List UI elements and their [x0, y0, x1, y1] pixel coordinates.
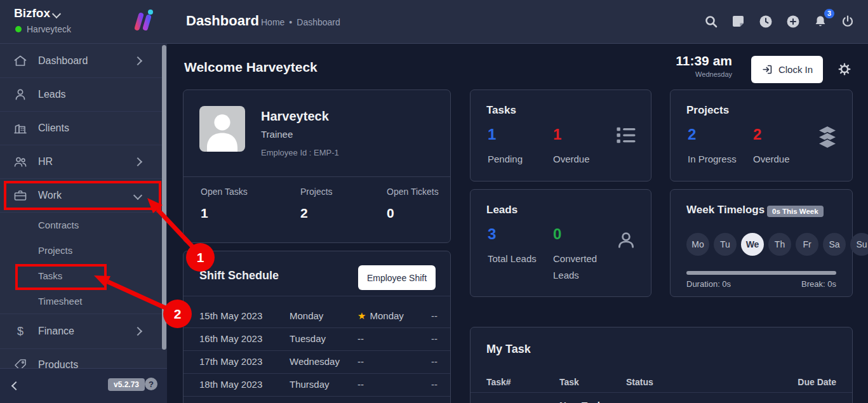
shift-row: 17th May 2023 Wednesday -- --	[184, 350, 450, 374]
breadcrumb-current: Dashboard	[297, 17, 340, 27]
tasks-overdue-value: 1	[553, 126, 561, 143]
page-title: Dashboard	[186, 13, 259, 29]
sidebar-item-leads[interactable]: Leads	[0, 77, 163, 112]
stat-projects: Projects 2	[300, 187, 333, 221]
gear-icon[interactable]	[838, 62, 851, 76]
stat-label: Open Tasks	[201, 187, 248, 197]
chevron-down-icon[interactable]	[52, 10, 61, 18]
version-badge: v5.2.73	[108, 378, 145, 391]
brand-name[interactable]: Bizfox	[14, 6, 50, 20]
shift-value: ★Monday	[357, 310, 404, 322]
timelogs-week-badge: 0s This Week	[767, 206, 824, 217]
sidebar-item-label: Dashboard	[38, 55, 88, 67]
bell-icon[interactable]: 3	[813, 14, 828, 29]
week-timelogs-card: Week Timelogs 0s This Week Mo Tu We Th F…	[670, 189, 853, 297]
shift-value: --	[357, 333, 364, 344]
sidebar-item-label: Finance	[38, 326, 74, 337]
shift-row: 16th May 2023 Tuesday -- --	[184, 327, 450, 351]
breadcrumb-separator: •	[289, 17, 292, 27]
breadcrumb: Home • Dashboard	[261, 17, 340, 27]
shift-day: Tuesday	[290, 333, 326, 344]
power-icon[interactable]	[840, 14, 855, 29]
sidebar-subitem-contracts[interactable]: Contracts	[0, 212, 163, 237]
tasks-pending-value: 1	[488, 126, 496, 143]
dollar-icon: $	[13, 324, 28, 339]
collapse-sidebar-icon[interactable]	[11, 381, 20, 390]
annotation-box-work	[4, 181, 161, 210]
projects-inprogress-value: 2	[688, 126, 696, 143]
task-row-name[interactable]: New Task	[559, 400, 603, 403]
time-value: 11:39 am	[676, 53, 732, 69]
clock-in-button[interactable]: Clock In	[751, 56, 823, 83]
stat-value: 2	[300, 206, 333, 221]
shift-schedule-title: Shift Schedule	[199, 269, 279, 282]
sidebar-item-label: Leads	[38, 89, 66, 100]
app-window: Bizfox Harveyteck	[0, 0, 868, 403]
stat-value: 0	[387, 206, 439, 221]
top-bar: Dashboard Home • Dashboard 3	[167, 0, 868, 44]
person-icon	[13, 87, 28, 102]
projects-overdue-label: Overdue	[753, 151, 811, 168]
annotation-box-tasks	[15, 264, 107, 290]
chevron-right-icon	[133, 56, 142, 65]
day-sa[interactable]: Sa	[823, 233, 846, 256]
employee-role: Trainee	[261, 129, 293, 140]
stat-open-tasks: Open Tasks 1	[201, 187, 248, 221]
clock-in-label: Clock In	[778, 64, 813, 75]
divider	[471, 392, 852, 393]
stat-label: Projects	[300, 187, 333, 197]
timelog-progress-bar	[686, 271, 836, 275]
shift-extra: --	[431, 310, 437, 321]
search-icon[interactable]	[704, 14, 719, 29]
breadcrumb-home[interactable]: Home	[261, 17, 284, 27]
shift-row: 18th May 2023 Thursday -- --	[184, 373, 450, 397]
sidebar-subitem-label: Projects	[38, 245, 72, 256]
sidebar-subitem-projects[interactable]: Projects	[0, 237, 163, 263]
sidebar-footer: v5.2.73 ?	[0, 368, 167, 403]
profile-card: Harveyteck Trainee Employee Id : EMP-1 O…	[183, 89, 451, 243]
shift-schedule-card: Shift Schedule Employee Shift 15th May 2…	[183, 251, 451, 403]
shift-date: 15th May 2023	[199, 310, 262, 321]
notes-icon[interactable]	[731, 14, 746, 29]
time-day: Wednesday	[676, 70, 732, 78]
shift-value: --	[357, 356, 364, 367]
star-icon: ★	[357, 310, 366, 321]
sidebar-item-dashboard[interactable]: Dashboard	[0, 44, 163, 78]
day-mo[interactable]: Mo	[686, 233, 709, 256]
add-icon[interactable]	[785, 14, 801, 29]
sidebar-item-clients[interactable]: Clients	[0, 111, 163, 145]
day-fr[interactable]: Fr	[796, 233, 818, 256]
my-task-title: My Task	[486, 343, 531, 356]
leads-card-title: Leads	[486, 204, 517, 216]
workspace-user-name: Harveyteck	[27, 24, 71, 34]
employee-shift-button[interactable]: Employee Shift	[358, 265, 436, 290]
shift-row: 15th May 2023 Monday ★Monday --	[184, 305, 450, 328]
column-task: Task	[559, 377, 579, 387]
day-su[interactable]: Su	[850, 233, 868, 256]
sidebar-scrollbar[interactable]	[162, 45, 166, 350]
shift-date: 17th May 2023	[199, 356, 262, 367]
notification-count-badge: 3	[824, 9, 834, 18]
tasks-card: Tasks 1 Pending 1 Overdue	[470, 89, 651, 182]
divider	[184, 176, 450, 177]
shift-extra: --	[431, 379, 437, 390]
column-status: Status	[626, 377, 653, 387]
sidebar-item-finance[interactable]: $ Finance	[0, 314, 163, 349]
clock-icon[interactable]	[758, 14, 773, 29]
leads-card: Leads 3 Total Leads 0 Converted Leads	[470, 189, 651, 297]
people-icon	[13, 154, 28, 169]
sidebar-item-hr[interactable]: HR	[0, 145, 163, 179]
day-tu[interactable]: Tu	[714, 233, 737, 256]
stat-open-tickets: Open Tickets 0	[387, 187, 439, 221]
stat-label: Open Tickets	[387, 187, 439, 197]
shift-date: 18th May 2023	[199, 379, 262, 390]
help-icon[interactable]: ?	[145, 378, 157, 390]
timelogs-title: Week Timelogs	[686, 204, 765, 216]
current-time: 11:39 am Wednesday	[676, 53, 732, 78]
day-th[interactable]: Th	[768, 233, 791, 256]
day-we-active[interactable]: We	[741, 233, 764, 256]
brand-row: Bizfox Harveyteck	[0, 0, 167, 44]
column-due-date: Due Date	[798, 377, 836, 387]
person-icon	[615, 229, 637, 251]
sidebar-subitem-timesheet[interactable]: Timesheet	[0, 288, 163, 314]
